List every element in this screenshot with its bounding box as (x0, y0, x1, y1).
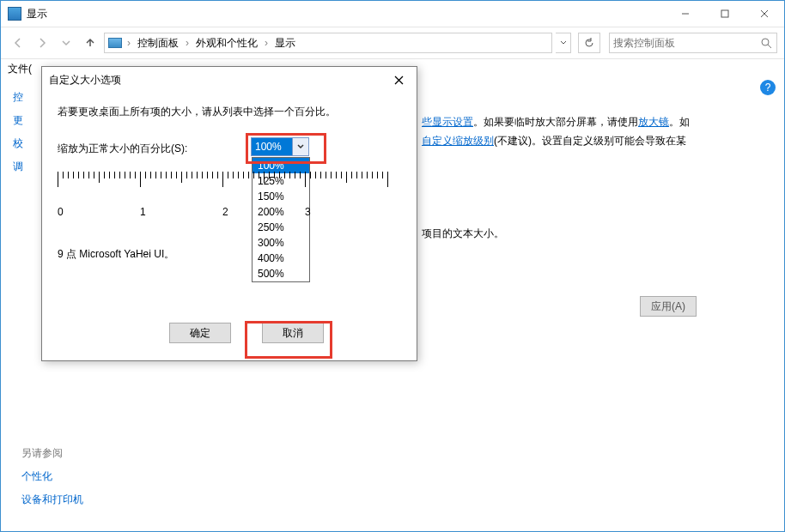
back-button[interactable] (8, 33, 28, 53)
breadcrumb-sep: › (125, 37, 132, 49)
left-nav-item[interactable]: 校 (13, 136, 39, 151)
scale-option[interactable]: 400% (253, 251, 309, 266)
address-bar[interactable]: › 控制面板 › 外观和个性化 › 显示 (104, 33, 552, 53)
titlebar: 显示 (1, 1, 784, 27)
left-nav-item[interactable]: 更 (13, 113, 39, 128)
see-also-link[interactable]: 个性化 (21, 469, 83, 484)
see-also-header: 另请参阅 (21, 446, 83, 461)
apply-button[interactable]: 应用(A) (640, 296, 697, 317)
menu-file[interactable]: 文件( (8, 62, 32, 76)
forward-button[interactable] (32, 33, 52, 53)
address-dropdown[interactable] (556, 33, 571, 53)
refresh-button[interactable] (578, 33, 600, 53)
app-icon (8, 7, 21, 21)
ruler-number: 2 (222, 206, 228, 218)
scale-row: 缩放为正常大小的百分比(S): (58, 142, 401, 156)
content-area: 些显示设置。如果要临时放大部分屏幕，请使用放大镜。如 自定义缩放级别(不建议)。… (422, 112, 772, 243)
ruler-track (58, 172, 389, 196)
link-display-settings[interactable]: 些显示设置 (422, 116, 473, 128)
search-input[interactable] (610, 37, 756, 49)
see-also-link[interactable]: 设备和打印机 (21, 493, 83, 507)
link-custom-scale[interactable]: 自定义缩放级别 (422, 135, 494, 147)
dialog-buttons: 确定 取消 (42, 323, 417, 348)
dialog-body: 若要更改桌面上所有项的大小，请从列表中选择一个百分比。 缩放为正常大小的百分比(… (42, 93, 417, 156)
ruler-number: 1 (140, 206, 146, 218)
ruler-number: 0 (58, 206, 64, 218)
monitor-icon (108, 38, 122, 48)
left-nav: 控 更 校 调 (13, 90, 39, 183)
ruler-number: 3 (305, 206, 311, 218)
search-icon[interactable] (756, 38, 776, 49)
breadcrumb-sep: › (184, 37, 191, 49)
search-box[interactable] (609, 33, 777, 53)
scale-label: 缩放为正常大小的百分比(S): (58, 142, 187, 156)
apply-row: 应用(A) (422, 296, 697, 317)
ok-button[interactable]: 确定 (169, 323, 231, 343)
dialog-title: 自定义大小选项 (49, 73, 387, 88)
ruler[interactable]: 0 1 2 3 (58, 172, 389, 223)
navbar: › 控制面板 › 外观和个性化 › 显示 (1, 27, 784, 59)
content-paragraph: 自定义缩放级别(不建议)。设置自定义级别可能会导致在某 (422, 131, 772, 150)
breadcrumb[interactable]: 外观和个性化 (194, 36, 259, 51)
chevron-down-icon[interactable] (292, 138, 308, 155)
scale-combobox[interactable]: 100% 100% 125% 150% 200% 250% 300% 400% … (251, 137, 309, 156)
scale-option[interactable]: 500% (253, 266, 309, 281)
control-panel-window: 显示 › 控制面板 › 外观和个性化 › 显示 文件( (0, 0, 785, 532)
content-paragraph: 项目的文本大小。 (422, 224, 772, 243)
window-title: 显示 (27, 7, 47, 21)
cancel-button[interactable]: 取消 (262, 323, 324, 343)
dialog-titlebar: 自定义大小选项 (42, 67, 417, 93)
dialog-close-button[interactable] (387, 69, 410, 91)
dialog-description: 若要更改桌面上所有项的大小，请从列表中选择一个百分比。 (58, 105, 401, 119)
maximize-button[interactable] (705, 1, 745, 27)
scale-option[interactable]: 300% (253, 235, 309, 251)
svg-rect-0 (721, 10, 728, 17)
sample-text: 9 点 Microsoft YaHei UI。 (58, 247, 174, 262)
breadcrumb-sep: › (263, 37, 270, 49)
close-button[interactable] (745, 1, 784, 27)
scale-value: 100% (252, 138, 292, 155)
breadcrumb[interactable]: 控制面板 (136, 36, 180, 51)
up-button[interactable] (80, 33, 100, 53)
recent-button[interactable] (56, 33, 76, 53)
left-nav-item[interactable]: 控 (13, 90, 39, 105)
help-icon[interactable]: ? (760, 80, 776, 95)
content-paragraph: 些显示设置。如果要临时放大部分屏幕，请使用放大镜。如 (422, 112, 772, 131)
left-nav-item[interactable]: 调 (13, 160, 39, 174)
minimize-button[interactable] (666, 1, 705, 27)
breadcrumb[interactable]: 显示 (273, 36, 297, 51)
see-also: 另请参阅 个性化 设备和打印机 (21, 446, 83, 516)
custom-size-dialog: 自定义大小选项 若要更改桌面上所有项的大小，请从列表中选择一个百分比。 缩放为正… (41, 66, 417, 361)
svg-point-1 (762, 39, 769, 45)
link-magnifier[interactable]: 放大镜 (638, 116, 669, 128)
